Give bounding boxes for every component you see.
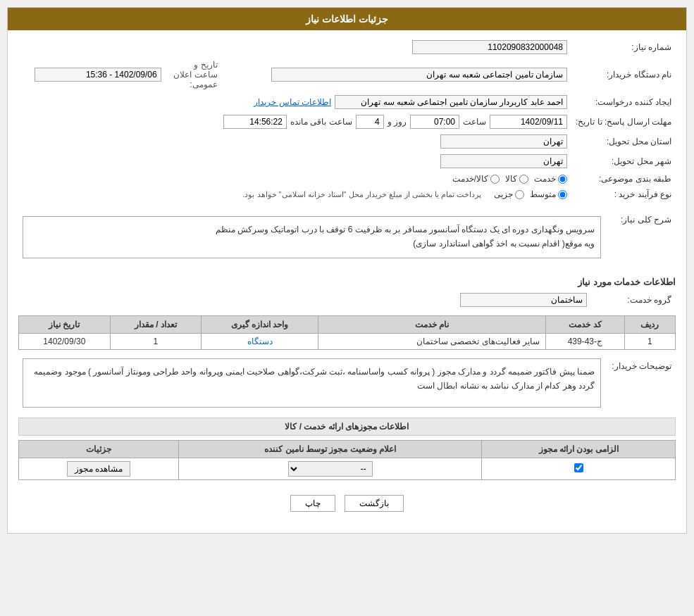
- table-row: 1 ج-43-439 سایر فعالیت‌های تخصصی ساختمان…: [19, 334, 676, 350]
- buyer-org-input[interactable]: [271, 68, 567, 82]
- license-details-cell: مشاهده مجوز: [19, 458, 179, 480]
- service-group-label: گروه خدمت:: [591, 290, 676, 310]
- deadline-remaining-label: ساعت باقی مانده: [290, 117, 352, 127]
- service-group-input[interactable]: [460, 293, 587, 307]
- deadline-label: مهلت ارسال پاسخ: تا تاریخ:: [571, 112, 676, 132]
- bottom-buttons: بازگشت چاپ: [18, 484, 676, 526]
- province-input[interactable]: [440, 134, 567, 149]
- row-unit: دستگاه: [202, 334, 318, 350]
- category-radio-both[interactable]: کالا/خدمت: [452, 174, 500, 184]
- description-line1: سرویس ونگهداری دوره ای یک دستگاه آسانسور…: [29, 222, 595, 237]
- city-input[interactable]: [440, 154, 567, 168]
- deadline-days-input[interactable]: [356, 115, 384, 129]
- license-required-checkbox[interactable]: [574, 463, 583, 472]
- license-required-cell: [482, 458, 676, 480]
- license-row: -- مشاهده مجوز: [19, 458, 676, 480]
- license-table: الزامی بودن ارائه مجوز اعلام وضعیت مجوز …: [18, 440, 676, 480]
- col-name: نام خدمت: [318, 316, 546, 334]
- license-divider: اطلاعات مجوزهای ارائه خدمت / کالا: [18, 417, 676, 436]
- province-label: استان محل تحویل:: [571, 132, 676, 151]
- creator-label: ایجاد کننده درخواست:: [571, 92, 676, 112]
- row-name: سایر فعالیت‌های تخصصی ساختمان: [318, 334, 546, 350]
- view-license-button[interactable]: مشاهده مجوز: [67, 461, 130, 477]
- need-number-label: شماره نیاز:: [571, 37, 676, 57]
- process-radio-medium[interactable]: متوسط: [530, 189, 567, 199]
- deadline-days-label: روز و: [388, 117, 407, 127]
- col-unit: واحد اندازه گیری: [202, 316, 318, 334]
- col-quantity: تعداد / مقدار: [110, 316, 202, 334]
- buyer-notes-text: ضمنا پیش فاکتور ضمیمه گردد و مدارک مجوز …: [34, 367, 595, 391]
- row-code: ج-43-439: [546, 334, 625, 350]
- deadline-date-input[interactable]: [490, 115, 567, 129]
- buyer-notes-label: توضیحات خریدار:: [605, 356, 676, 410]
- license-status-select[interactable]: --: [288, 461, 373, 477]
- col-row: ردیف: [624, 316, 675, 334]
- process-label: نوع فرآیند خرید :: [571, 187, 676, 202]
- contact-link[interactable]: اطلاعات تماس خریدار: [254, 97, 331, 107]
- need-number-input[interactable]: [412, 40, 567, 54]
- license-status-cell: --: [178, 458, 481, 480]
- deadline-remaining-input[interactable]: [223, 115, 287, 129]
- date-input[interactable]: [35, 68, 161, 82]
- print-button[interactable]: چاپ: [290, 495, 335, 512]
- license-col-required: الزامی بودن ارائه مجوز: [482, 441, 676, 458]
- description-line2: ویه موقع( اقدام نسبت به اخذ گواهی استاند…: [29, 237, 595, 251]
- city-label: شهر محل تحویل:: [571, 151, 676, 171]
- category-radio-service[interactable]: خدمت: [534, 174, 567, 184]
- service-group-table: گروه خدمت:: [18, 290, 676, 310]
- row-quantity: 1: [110, 334, 202, 350]
- buyer-org-label: نام دستگاه خریدار:: [571, 57, 676, 92]
- date-label: تاریخ و ساعت اعلان عمومی:: [166, 57, 222, 92]
- row-date: 1402/09/30: [19, 334, 111, 350]
- col-code: کد خدمت: [546, 316, 625, 334]
- description-box: سرویس ونگهداری دوره ای یک دستگاه آسانسور…: [23, 216, 601, 258]
- license-col-details: جزئیات: [19, 441, 179, 458]
- back-button[interactable]: بازگشت: [345, 495, 404, 512]
- info-table: شماره نیاز: نام دستگاه خریدار: تاریخ و س…: [18, 37, 676, 202]
- deadline-time-input[interactable]: [410, 115, 459, 129]
- category-label: طبقه بندی موضوعی:: [571, 171, 676, 187]
- description-table: شرح کلی نیاز: سرویس ونگهداری دوره ای یک …: [18, 208, 676, 267]
- deadline-time-label: ساعت: [463, 117, 486, 127]
- row-number: 1: [624, 334, 675, 350]
- buyer-notes-table: توضیحات خریدار: ضمنا پیش فاکتور ضمیمه گر…: [18, 356, 676, 410]
- services-title: اطلاعات خدمات مورد نیاز: [18, 272, 676, 290]
- license-divider-title: اطلاعات مجوزهای ارائه خدمت / کالا: [285, 422, 409, 432]
- creator-input[interactable]: [335, 95, 567, 109]
- category-radio-goods[interactable]: کالا: [505, 174, 528, 184]
- process-radio-small[interactable]: جزیی: [494, 189, 524, 199]
- page-title: جزئیات اطلاعات نیاز: [306, 13, 388, 25]
- page-header: جزئیات اطلاعات نیاز: [8, 8, 686, 30]
- services-table: ردیف کد خدمت نام خدمت واحد اندازه گیری ت…: [18, 315, 676, 350]
- process-note: پرداخت تمام یا بخشی از مبلغ خریدار محل "…: [242, 190, 481, 199]
- col-date: تاریخ نیاز: [19, 316, 111, 334]
- buyer-notes-box: ضمنا پیش فاکتور ضمیمه گردد و مدارک مجوز …: [23, 358, 601, 408]
- license-col-status: اعلام وضعیت مجوز توسط نامین کننده: [178, 441, 481, 458]
- description-label: شرح کلی نیاز:: [605, 208, 676, 267]
